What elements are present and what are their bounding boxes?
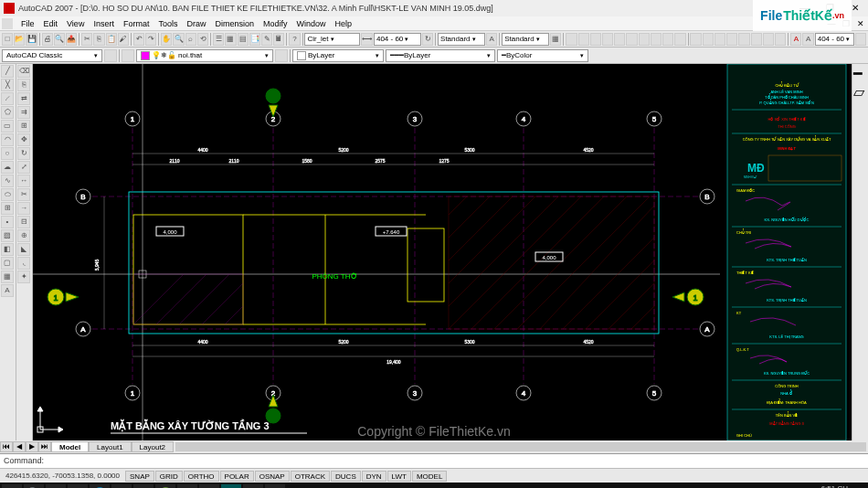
dimscale-combo[interactable]: 404 - 60 [374,33,421,46]
layer-prev-button[interactable] [275,49,288,62]
m6[interactable] [751,33,762,46]
t2[interactable] [578,33,589,46]
pline-button[interactable]: ⟋ [1,92,14,105]
tab-layout2[interactable]: Layout2 [132,441,174,452]
t10[interactable] [674,33,685,46]
command-line[interactable]: Command: [0,453,868,468]
t5[interactable] [614,33,625,46]
linetype-combo[interactable]: ━━━ ByLayer [386,49,495,62]
preview-button[interactable]: 🔍 [54,33,65,46]
lwt-toggle[interactable]: LWT [387,471,411,482]
copy-button-m[interactable]: ⎘ [17,79,30,91]
m4[interactable] [726,33,737,46]
extend-button[interactable]: → [17,202,30,215]
edge-icon[interactable]: 🌐 [90,484,110,488]
undo-button[interactable]: ↶ [133,33,144,46]
t1[interactable] [566,33,577,46]
tab-layout1[interactable]: Layout1 [89,441,131,452]
paste-button[interactable]: 📋 [106,33,117,46]
color-combo[interactable]: ByLayer [292,49,384,62]
chrome-icon[interactable]: ◉ [133,484,153,488]
dist-button[interactable]: ━ [853,65,867,82]
dimstyle-combo[interactable]: Cir_let [304,33,360,46]
menu-window[interactable]: Window [292,19,331,28]
t7[interactable] [639,33,650,46]
polygon-button[interactable]: ⬠ [1,106,14,119]
join-button[interactable]: ⊕ [17,229,30,242]
coccoc-icon[interactable]: 🟢 [155,484,175,488]
t8[interactable] [651,33,662,46]
hscrollbar[interactable] [175,442,866,451]
tab-next-button[interactable]: ▶ [26,441,38,452]
menu-help[interactable]: Help [331,19,357,28]
calc-button[interactable]: 🖩 [273,33,284,46]
plot-button[interactable]: 🖨 [42,33,53,46]
explode-button[interactable]: ✦ [17,271,30,283]
sheetset-button[interactable]: 📑 [249,33,260,46]
menu-file[interactable]: File [16,19,39,28]
search-icon[interactable]: 🔍 [24,484,44,488]
mtext-button[interactable]: A [486,33,497,46]
teamviewer-icon[interactable]: ↔ [199,484,219,488]
tray-clock[interactable]: 6:51 CH 18/08/2020 [811,484,848,488]
region-button[interactable]: ▢ [1,257,14,270]
tablestyle-combo[interactable]: Standard [502,33,549,46]
menu-insert[interactable]: Insert [89,19,119,28]
text-edit-button[interactable]: A [802,33,813,46]
t9[interactable] [662,33,673,46]
m3[interactable] [715,33,725,46]
t3[interactable] [590,33,601,46]
help-button[interactable]: ? [289,33,300,46]
array-button[interactable]: ⊞ [17,120,30,133]
table-button-v[interactable]: ▦ [1,271,14,283]
layer-props-button[interactable] [122,49,134,62]
copy-button[interactable]: ⎘ [93,33,104,46]
point-button[interactable]: • [1,216,14,228]
excel-icon[interactable]: X [177,484,197,488]
break-button[interactable]: ⊟ [17,216,30,228]
menu-modify[interactable]: Modify [259,19,292,28]
m2[interactable] [703,33,714,46]
block-button[interactable]: ⊞ [1,202,14,215]
ortho-toggle[interactable]: ORTHO [184,471,219,482]
explorer-icon[interactable]: 📁 [68,484,88,488]
mirror-button[interactable]: ⇄ [17,92,30,105]
lineweight-combo[interactable]: ━ ByColor [497,49,588,62]
textstyle-combo[interactable]: Standard [438,33,485,46]
menu-draw[interactable]: Draw [182,19,210,28]
otrack-toggle[interactable]: OTRACK [291,471,330,482]
m8[interactable] [775,33,786,46]
menu-tools[interactable]: Tools [153,19,182,28]
model-toggle[interactable]: MODEL [412,471,447,482]
toolpalettes-button[interactable]: ▤ [238,33,249,46]
table-button[interactable]: ▦ [550,33,561,46]
dimupdate-button[interactable]: ↻ [422,33,433,46]
move-button[interactable]: ✥ [17,133,30,146]
grid-toggle[interactable]: GRID [155,471,183,482]
workspace-combo[interactable]: AutoCAD Classic [2,49,102,62]
t4[interactable] [602,33,613,46]
xline-button[interactable]: ╳ [1,79,14,91]
stretch-button[interactable]: ↔ [17,175,30,187]
dim-linear-button[interactable]: ⟷ [361,33,373,46]
annoscale-combo[interactable]: 404 - 60 [815,33,855,46]
arc-button[interactable]: ◠ [1,133,14,146]
menu-dimension[interactable]: Dimension [210,19,259,28]
properties-button[interactable]: ☰ [213,33,224,46]
erase-button[interactable]: ⌫ [17,65,30,78]
ws-settings-button[interactable] [104,49,117,62]
dyn-toggle[interactable]: DYN [362,471,386,482]
matchprop-button[interactable]: 🖌 [118,33,129,46]
open-button[interactable]: 📂 [14,33,25,46]
ducs-toggle[interactable]: DUCS [331,471,361,482]
zalo-icon[interactable]: Z [243,484,263,488]
new-button[interactable]: □ [2,33,13,46]
scale-button[interactable]: ⤢ [17,161,30,174]
autocad-icon[interactable]: A [221,484,241,488]
circle-button[interactable]: ○ [1,147,14,160]
m1[interactable] [690,33,701,46]
anno1[interactable] [855,33,866,46]
t6[interactable] [626,33,637,46]
designcenter-button[interactable]: ▦ [225,33,236,46]
redo-button[interactable]: ↷ [145,33,156,46]
